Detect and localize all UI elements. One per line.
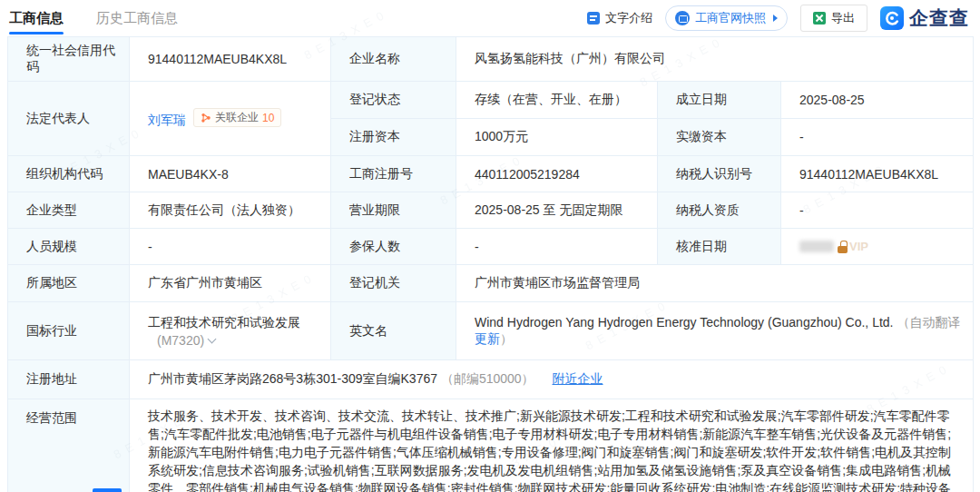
field-label: 英文名 — [331, 302, 456, 360]
blurred-value — [799, 241, 834, 252]
industry-name: 工程和技术研究和试验发展 — [148, 315, 321, 331]
field-label: 纳税人识别号 — [658, 156, 781, 192]
badge-count: 10 — [262, 112, 274, 124]
taxpayer-quality-value: - — [781, 192, 974, 229]
lock-icon — [838, 241, 848, 253]
table-row: 企业类型 有限责任公司（法人独资） 营业期限 2025-08-25 至 无固定期… — [8, 192, 974, 229]
tab-business-info[interactable]: 工商信息 — [9, 0, 64, 36]
qichacha-logo-text: 企查查 — [909, 5, 969, 31]
toolbar: 文字介绍 工商官网快照 导出 — [587, 5, 969, 32]
table-row: 国标行业 工程和技术研究和试验发展 (M7320) 英文名 Wind Hydro… — [8, 302, 974, 360]
industry-cell: 工程和技术研究和试验发展 (M7320) — [130, 302, 331, 360]
business-info-panel: 8E13XE0 8E13XE0 8E13XE0 8E13XE0 8E13XE0 … — [0, 0, 980, 492]
active-tab-underline — [9, 32, 64, 34]
badge-label: 关联企业 — [215, 110, 259, 125]
auto-translate-note: （自动翻译 — [897, 315, 960, 330]
business-scope-value: 技术服务、技术开发、技术咨询、技术交流、技术转让、技术推广;新兴能源技术研发;工… — [130, 399, 974, 492]
table-row: 统一社会信用代码 91440112MAEUB4KX8L 企业名称 风氢扬氢能科技… — [8, 37, 974, 82]
approval-date-cell: VIP — [781, 229, 974, 265]
field-label: 实缴资本 — [658, 119, 781, 156]
auto-translate-note-close: ） — [500, 331, 513, 346]
taxpayer-id-value: 91440112MAEUB4KX8L — [781, 156, 974, 192]
region-value: 广东省广州市黄埔区 — [130, 265, 331, 302]
translate-refresh-link[interactable]: 更新 — [475, 331, 500, 346]
industry-code: (M7320) — [157, 333, 204, 348]
nearby-companies-link[interactable]: 附近企业 — [553, 371, 603, 386]
establish-date-value: 2025-08-25 — [781, 82, 974, 119]
tab-business-info-label: 工商信息 — [9, 10, 64, 27]
legal-rep-cell: 刘军瑞关联企业10 — [130, 82, 331, 156]
field-label: 法定代表人 — [8, 82, 130, 156]
vip-label: VIP — [849, 240, 868, 253]
reg-address-cell: 广州市黄埔区茅岗路268号3栋301-309室自编K3767 （邮编510000… — [130, 360, 974, 399]
field-label: 营业期限 — [331, 192, 456, 229]
field-label: 统一社会信用代码 — [8, 37, 130, 82]
reg-capital-value: 1000万元 — [456, 119, 658, 156]
field-label: 注册资本 — [331, 119, 456, 156]
english-name-cell: Wind Hydrogen Yang Hydrogen Energy Techn… — [456, 302, 974, 360]
table-row: 所属地区 广东省广州市黄埔区 登记机关 广州市黄埔区市场监督管理局 — [8, 265, 974, 302]
tab-history-business-info[interactable]: 历史工商信息 — [96, 0, 178, 36]
field-label: 工商注册号 — [331, 156, 456, 192]
tab-history-label: 历史工商信息 — [96, 10, 178, 27]
legal-rep-link[interactable]: 刘军瑞 — [148, 113, 186, 127]
field-label: 核准日期 — [658, 229, 781, 265]
postcode: （邮编510000） — [441, 371, 534, 386]
tab-bar: 工商信息 历史工商信息 文字介绍 工商官网快照 导出 — [0, 0, 980, 36]
network-icon — [201, 113, 211, 123]
field-label: 企业类型 — [8, 192, 130, 229]
english-name-value: Wind Hydrogen Yang Hydrogen Energy Techn… — [475, 315, 894, 330]
snapshot-label: 工商官网快照 — [695, 10, 766, 26]
qichacha-logo: 企查查 — [880, 5, 969, 31]
field-label: 纳税人资质 — [658, 192, 781, 229]
next-section-tab-underline — [93, 488, 122, 492]
text-intro-button[interactable]: 文字介绍 — [587, 10, 652, 26]
field-label: 所属地区 — [8, 265, 130, 302]
export-button[interactable]: 导出 — [800, 5, 867, 32]
field-label: 登记状态 — [331, 82, 456, 119]
table-row: 经营范围 技术服务、技术开发、技术咨询、技术交流、技术转让、技术推广;新兴能源技… — [8, 399, 974, 492]
document-icon — [587, 12, 600, 25]
insured-count-value: - — [456, 229, 658, 265]
arrow-right-icon — [773, 15, 778, 22]
field-label: 经营范围 — [8, 399, 130, 492]
text-intro-label: 文字介绍 — [605, 10, 652, 26]
related-companies-badge[interactable]: 关联企业10 — [193, 108, 281, 127]
reg-address-value: 广州市黄埔区茅岗路268号3栋301-309室自编K3767 — [148, 371, 437, 386]
org-code-value: MAEUB4KX-8 — [130, 156, 331, 192]
chevron-down-icon[interactable] — [208, 334, 217, 343]
company-name-value: 风氢扬氢能科技（广州）有限公司 — [456, 37, 974, 82]
reg-authority-value: 广州市黄埔区市场监督管理局 — [456, 265, 974, 302]
field-label: 参保人数 — [331, 229, 456, 265]
field-label: 登记机关 — [331, 265, 456, 302]
vip-locked-value[interactable]: VIP — [799, 240, 964, 253]
reg-status-value: 存续（在营、开业、在册） — [456, 82, 658, 119]
official-snapshot-button[interactable]: 工商官网快照 — [665, 5, 788, 31]
table-row: 注册地址 广州市黄埔区茅岗路268号3栋301-309室自编K3767 （邮编5… — [8, 360, 974, 399]
field-label: 注册地址 — [8, 360, 130, 399]
table-row: 组织机构代码 MAEUB4KX-8 工商注册号 440112005219284 … — [8, 156, 974, 192]
field-label: 人员规模 — [8, 229, 130, 265]
table-row: 法定代表人 刘军瑞关联企业10 登记状态 存续（在营、开业、在册） 成立日期 2… — [8, 82, 974, 119]
paid-capital-value: - — [781, 119, 974, 156]
field-label: 组织机构代码 — [8, 156, 130, 192]
business-term-value: 2025-08-25 至 无固定期限 — [456, 192, 658, 229]
excel-icon — [813, 12, 826, 25]
snapshot-camera-icon — [675, 11, 690, 25]
field-label: 国标行业 — [8, 302, 130, 360]
business-info-table: 统一社会信用代码 91440112MAEUB4KX8L 企业名称 风氢扬氢能科技… — [7, 36, 974, 492]
qichacha-logo-icon — [880, 6, 904, 30]
credit-code-value: 91440112MAEUB4KX8L — [130, 37, 331, 82]
table-row: 人员规模 - 参保人数 - 核准日期 VIP — [8, 229, 974, 265]
reg-number-value: 440112005219284 — [456, 156, 658, 192]
export-label: 导出 — [831, 10, 855, 26]
field-label: 企业名称 — [331, 37, 456, 82]
staff-size-value: - — [130, 229, 331, 265]
company-type-value: 有限责任公司（法人独资） — [130, 192, 331, 229]
field-label: 成立日期 — [658, 82, 781, 119]
